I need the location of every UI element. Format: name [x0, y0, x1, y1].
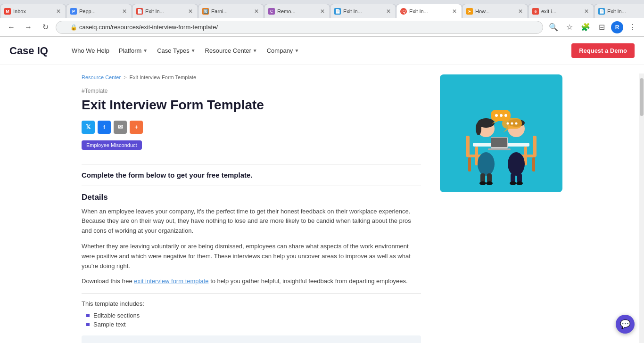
tab-5[interactable]: C Remo... ✕ — [264, 4, 330, 18]
nav-company-label: Company — [267, 47, 293, 54]
nav-platform[interactable]: Platform ▼ — [119, 47, 148, 54]
tab-favicon-gmail: M — [4, 8, 11, 15]
tab-favicon-4: 🔟 — [202, 8, 209, 15]
address-bar: ← → ↻ 🔒 caseiq.com/resources/exit-interv… — [0, 18, 644, 37]
share-twitter-button[interactable]: 𝕏 — [82, 121, 95, 134]
chat-support-button[interactable]: 💬 — [616, 315, 635, 334]
bullet-text-1: Editable sections — [93, 312, 140, 319]
svg-point-27 — [510, 181, 516, 185]
tab-close-9[interactable]: ✕ — [583, 7, 590, 16]
svg-rect-20 — [491, 138, 507, 147]
profile-avatar[interactable]: R — [611, 21, 623, 33]
toolbar-icons: 🔍 ☆ 🧩 ⊟ R ⋮ — [547, 21, 639, 34]
svg-point-14 — [476, 122, 481, 135]
tab-title-4: Earni... — [211, 8, 251, 14]
details-heading: Details — [82, 193, 421, 202]
article-paragraph-1: When an employee leaves your company, it… — [82, 207, 421, 236]
forward-button[interactable]: → — [22, 21, 35, 34]
split-view-icon[interactable]: ⊟ — [595, 21, 608, 34]
bookmark-icon[interactable]: ☆ — [563, 21, 576, 34]
request-demo-button[interactable]: Request a Demo — [571, 43, 635, 58]
url-input[interactable]: 🔒 caseiq.com/resources/exit-interview-fo… — [56, 21, 543, 34]
tab-10[interactable]: 📄 Exit In... ✕ — [594, 4, 644, 18]
tab-favicon-8: ➤ — [466, 8, 473, 15]
nav-who-we-help-label: Who We Help — [72, 47, 109, 54]
svg-rect-21 — [488, 148, 511, 150]
bullet-text-2: Sample text — [93, 321, 126, 328]
svg-point-38 — [515, 122, 518, 125]
page-content: Case IQ Who We Help Platform ▼ Case Type… — [0, 37, 644, 343]
site-nav: Case IQ Who We Help Platform ▼ Case Type… — [0, 37, 644, 65]
tab-close-3[interactable]: ✕ — [187, 7, 194, 16]
tab-gmail[interactable]: M Inbox ✕ — [0, 4, 66, 18]
tab-title-9: exit-i... — [541, 8, 581, 14]
svg-point-31 — [495, 114, 498, 117]
template-includes-label: This template includes: — [82, 300, 421, 307]
svg-rect-10 — [533, 136, 537, 157]
tab-pepp[interactable]: P Pepp... ✕ — [66, 4, 132, 18]
svg-point-33 — [504, 114, 507, 117]
resource-center-chevron-icon: ▼ — [253, 48, 257, 53]
nav-who-we-help[interactable]: Who We Help — [72, 47, 109, 54]
nav-company[interactable]: Company ▼ — [267, 47, 299, 54]
right-image-area — [440, 74, 562, 343]
chat-icon: 💬 — [620, 319, 630, 329]
breadcrumb: Resource Center > Exit Interview Form Te… — [82, 74, 421, 80]
tab-close-8[interactable]: ✕ — [517, 7, 524, 16]
tab-favicon-10: 📄 — [598, 8, 605, 15]
article-paragraph-2: Whether they are leaving voluntarily or … — [82, 242, 421, 271]
tab-close-pepp[interactable]: ✕ — [121, 7, 128, 16]
tab-close-7[interactable]: ✕ — [451, 7, 458, 16]
share-email-button[interactable]: ✉ — [114, 121, 127, 134]
tab-7-active[interactable]: IQ Exit In... ✕ — [396, 4, 462, 18]
reload-button[interactable]: ↻ — [39, 21, 52, 34]
hero-illustration — [440, 74, 562, 192]
search-icon[interactable]: 🔍 — [547, 21, 560, 34]
tab-8[interactable]: ➤ How... ✕ — [462, 4, 528, 18]
tab-favicon-pepp: P — [70, 8, 77, 15]
share-facebook-button[interactable]: f — [98, 121, 111, 134]
scrollbar[interactable] — [639, 74, 644, 343]
svg-rect-6 — [466, 136, 470, 157]
nav-resource-center[interactable]: Resource Center ▼ — [205, 47, 257, 54]
nav-menu: Who We Help Platform ▼ Case Types ▼ Reso… — [72, 47, 557, 54]
url-text: caseiq.com/resources/exit-interview-form… — [79, 24, 218, 31]
breadcrumb-current: Exit Interview Form Template — [130, 74, 197, 80]
tab-favicon-9: e — [532, 8, 539, 15]
tab-title-gmail: Inbox — [13, 8, 53, 14]
tab-close-6[interactable]: ✕ — [385, 7, 392, 16]
tab-close-gmail[interactable]: ✕ — [55, 7, 62, 16]
extensions-icon[interactable]: 🧩 — [579, 21, 592, 34]
tab-4[interactable]: 🔟 Earni... ✕ — [198, 4, 264, 18]
tab-6[interactable]: 📄 Exit In... ✕ — [330, 4, 396, 18]
tab-favicon-7: IQ — [400, 8, 407, 15]
divider-2 — [82, 186, 421, 186]
svg-point-11 — [478, 152, 495, 176]
category-badge[interactable]: Employee Misconduct — [82, 140, 142, 150]
tab-close-4[interactable]: ✕ — [253, 7, 260, 16]
nav-platform-label: Platform — [119, 47, 141, 54]
divider-3 — [82, 293, 421, 294]
share-plus-button[interactable]: + — [130, 121, 143, 134]
back-button[interactable]: ← — [5, 21, 18, 34]
tab-title-3: Exit In... — [145, 8, 185, 14]
tab-title-pepp: Pepp... — [79, 8, 119, 14]
site-logo[interactable]: Case IQ — [9, 45, 48, 57]
breadcrumb-parent-link[interactable]: Resource Center — [82, 74, 121, 80]
scrollbar-thumb[interactable] — [640, 78, 644, 116]
nav-case-types[interactable]: Case Types ▼ — [157, 47, 195, 54]
nav-case-types-label: Case Types — [157, 47, 189, 54]
plus-icon: + — [134, 123, 138, 131]
svg-point-22 — [508, 152, 525, 176]
menu-icon[interactable]: ⋮ — [626, 21, 639, 34]
tab-9[interactable]: e exit-i... ✕ — [528, 4, 594, 18]
article-title: Exit Interview Form Template — [82, 97, 421, 113]
left-content: Resource Center > Exit Interview Form Te… — [82, 74, 421, 343]
exit-interview-link[interactable]: exit interview form template — [134, 278, 208, 285]
tab-3[interactable]: 📄 Exit In... ✕ — [132, 4, 198, 18]
divider-1 — [82, 164, 421, 164]
bullet-list: Editable sections Sample text — [82, 311, 421, 329]
bullet-item-2: Sample text — [86, 320, 421, 329]
tab-title-7: Exit In... — [409, 8, 449, 14]
tab-close-5[interactable]: ✕ — [319, 7, 326, 16]
